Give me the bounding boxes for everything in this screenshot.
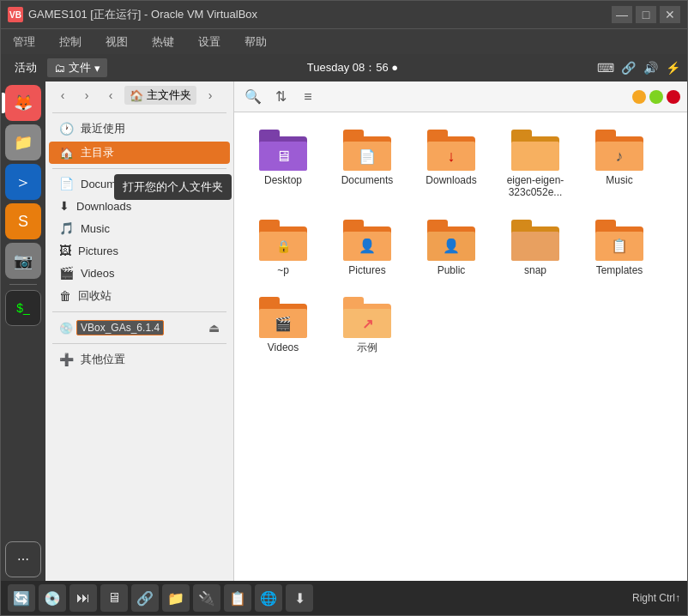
apps-grid-icon: ⋯ (17, 553, 29, 566)
network-icon[interactable]: 🔗 (620, 60, 636, 75)
menu-settings[interactable]: 设置 (193, 33, 226, 51)
search-button[interactable]: 🔍 (241, 85, 265, 109)
menu-control[interactable]: 控制 (54, 33, 87, 51)
home-label: 主文件夹 (147, 88, 191, 103)
sidebar-item-home[interactable]: 🏠 主目录 (49, 142, 230, 164)
firefox-icon: 🦊 (14, 94, 33, 112)
close-button[interactable]: ✕ (660, 6, 680, 23)
sidebar-item-music[interactable]: 🎵 Music (49, 218, 230, 239)
maximize-button[interactable]: □ (636, 6, 656, 23)
dock-files[interactable]: 📁 (5, 124, 41, 160)
activities-button[interactable]: 活动 (8, 58, 44, 77)
back-button[interactable]: ‹ (52, 85, 73, 106)
vbox-disk-icon: 💿 (59, 322, 73, 335)
taskbar-icon-2[interactable]: 💿 (39, 584, 66, 612)
trash-label: 回收站 (78, 288, 220, 304)
recent-label: 最近使用 (81, 121, 220, 136)
menu-view[interactable]: 视图 (100, 33, 133, 51)
window-controls: — □ ✕ (612, 6, 680, 23)
title-bar: VB GAMES101 [正在运行] - Oracle VM VirtualBo… (1, 1, 687, 28)
files-dock-icon: 📁 (14, 133, 33, 152)
desktop-folder-icon: 🖥 (259, 130, 307, 171)
example-label: 示例 (357, 341, 377, 353)
taskbar-icon-6[interactable]: 📁 (162, 584, 190, 612)
downloads-label: Downloads (425, 174, 476, 186)
dock-sublime[interactable]: S (5, 203, 41, 239)
sort-button[interactable]: ≡ (296, 85, 320, 109)
file-item-downloads[interactable]: ↓ Downloads (413, 123, 490, 206)
pictures-folder-icon: 👤 (343, 220, 391, 261)
dock-separator (9, 284, 37, 285)
file-item-videos[interactable]: 🎬 Videos (244, 290, 322, 360)
taskbar-icon-3[interactable]: ⏭ (69, 584, 97, 612)
parent-dir-button[interactable]: ‹ (100, 85, 121, 106)
dock-vscode[interactable]: ＞ (5, 164, 41, 200)
terminal-icon: $_ (16, 301, 30, 315)
dock-terminal[interactable]: $_ (5, 290, 41, 326)
volume-icon[interactable]: 🔊 (643, 60, 658, 75)
file-item-lock[interactable]: 🔒 ~p (244, 213, 322, 283)
home-nav-icon: 🏠 (59, 146, 74, 160)
dock-firefox[interactable]: 🦊 (5, 85, 41, 121)
breadcrumb-home[interactable]: 🏠 主文件夹 (124, 86, 196, 105)
dock-apps[interactable]: ⋯ (5, 541, 41, 577)
taskbar-icon-5[interactable]: 🔗 (131, 584, 159, 612)
menu-help[interactable]: 帮助 (239, 33, 272, 51)
file-item-eigen[interactable]: eigen-eigen-323c052e... (497, 123, 574, 206)
clock: Tuesday 08：56 (307, 61, 389, 74)
eject-icon[interactable]: ⏏ (208, 321, 220, 335)
battery-icon[interactable]: ⚡ (665, 60, 680, 75)
pictures-label: Pictures (348, 264, 385, 276)
menu-manage[interactable]: 管理 (8, 33, 40, 51)
pictures-label: Pictures (78, 245, 220, 257)
videos-label: Videos (268, 341, 299, 353)
sidebar-item-vbox[interactable]: 💿 VBox_GAs_6.1.4 ⏏ (49, 317, 230, 339)
sidebar-divider-1 (52, 112, 226, 113)
sidebar-item-recent[interactable]: 🕐 最近使用 (49, 118, 230, 140)
example-folder-icon: ↗ (343, 297, 391, 338)
file-item-documents[interactable]: 📄 Documents (329, 123, 406, 206)
documents-icon: 📄 (59, 177, 74, 190)
music-folder-icon: ♪ (595, 130, 643, 171)
files-menu-button[interactable]: 🗂 文件 ▾ (47, 58, 107, 77)
dropdown-arrow-icon: ▾ (94, 62, 100, 75)
sidebar-item-pictures[interactable]: 🖼 Pictures (49, 240, 230, 261)
file-item-desktop[interactable]: 🖥 Desktop (244, 123, 322, 206)
file-item-public[interactable]: 👤 Public (413, 213, 490, 283)
file-item-music[interactable]: ♪ Music (581, 123, 658, 206)
public-label: Public (438, 264, 466, 276)
sidebar-item-trash[interactable]: 🗑 回收站 (49, 285, 230, 307)
taskbar-icon-7[interactable]: 🔌 (193, 584, 220, 612)
videos-folder-icon: 🎬 (259, 297, 307, 338)
file-item-templates[interactable]: 📋 Templates (581, 213, 658, 283)
taskbar-icon-8[interactable]: 📋 (224, 584, 251, 612)
videos-label: Videos (81, 267, 220, 280)
gimp-icon: 📷 (14, 251, 33, 270)
taskbar-icon-10[interactable]: ⬇ (286, 584, 313, 612)
vbox-icon: VB (8, 7, 23, 22)
file-item-snap[interactable]: snap (497, 213, 574, 283)
keyboard-indicator-icon[interactable]: ⌨ (598, 60, 613, 75)
view-toggle-button[interactable]: ⇅ (269, 85, 293, 109)
taskbar-icon-1[interactable]: 🔄 (8, 584, 35, 612)
fm-close-button[interactable] (667, 90, 680, 104)
taskbar-icon-4[interactable]: 🖥 (100, 584, 128, 612)
sidebar-item-videos[interactable]: 🎬 Videos (49, 263, 230, 283)
menu-hotkey[interactable]: 热键 (147, 33, 179, 51)
fm-minimize-button[interactable] (632, 90, 646, 104)
fm-maximize-button[interactable] (649, 90, 663, 104)
videos-icon: 🎬 (59, 266, 74, 280)
file-item-pictures[interactable]: 👤 Pictures (329, 213, 406, 283)
home-nav-label: 主目录 (81, 145, 220, 160)
taskbar-icon-9[interactable]: 🌐 (255, 584, 282, 612)
application-dock: 🦊 📁 ＞ S 📷 $_ (1, 82, 45, 581)
sidebar-divider-4 (52, 343, 226, 344)
file-item-example[interactable]: ↗ 示例 (329, 290, 406, 360)
trash-icon: 🗑 (59, 289, 71, 303)
minimize-button[interactable]: — (612, 6, 632, 23)
dock-gimp[interactable]: 📷 (5, 243, 41, 279)
vbox-menubar: 管理 控制 视图 热键 设置 帮助 (1, 28, 687, 54)
breadcrumb-arrow[interactable]: › (200, 85, 220, 106)
forward-button[interactable]: › (76, 85, 97, 106)
sidebar-item-other[interactable]: ➕ 其他位置 (49, 348, 230, 371)
